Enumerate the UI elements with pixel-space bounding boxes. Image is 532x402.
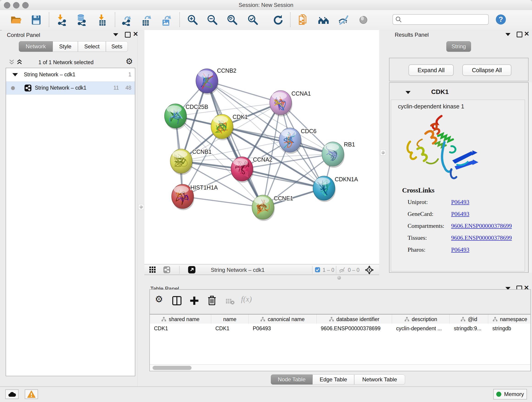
network-edge-CCNA2-CDKN1A[interactable] [242, 169, 324, 188]
crosslink-value-link[interactable]: 9606.ENSP00000378699 [451, 223, 512, 230]
table-cell[interactable]: CDK1 [211, 324, 249, 333]
table-data-row[interactable]: CDK1CDK1P064939606.ENSP00000378699cyclin… [150, 324, 531, 333]
search-input[interactable] [404, 15, 487, 23]
control-panel-menu-button[interactable] [113, 33, 118, 36]
network-node-CCNB1[interactable] [170, 149, 193, 175]
zoom-selected-button[interactable] [246, 14, 259, 27]
table-add-icon[interactable] [189, 296, 199, 306]
warning-button[interactable] [25, 389, 38, 399]
left-split-divider[interactable] [138, 30, 145, 386]
network-node-CDC25B[interactable] [165, 104, 187, 130]
network-options-gear-icon[interactable]: ⚙ [126, 57, 133, 66]
export-image-button[interactable] [159, 14, 172, 27]
tree-expand-caret-icon[interactable] [12, 73, 18, 76]
move-crosshair-icon[interactable] [365, 265, 374, 274]
save-session-button[interactable] [30, 14, 43, 27]
zoom-fit-button[interactable] [226, 14, 239, 27]
show-button[interactable] [357, 14, 370, 27]
column-header-database-identifier[interactable]: database identifier [317, 314, 392, 324]
table-hscrollbar[interactable] [150, 364, 531, 371]
network-node-CDKN1A[interactable] [313, 176, 336, 202]
tab-style[interactable]: Style [53, 41, 78, 52]
column-header-namespace[interactable]: namespace [488, 314, 531, 324]
hide-button[interactable] [337, 14, 350, 27]
network-node-CCNE1[interactable] [252, 195, 275, 221]
collapse-all-icon[interactable] [8, 58, 15, 65]
control-panel-float-button[interactable] [125, 32, 131, 38]
right-split-divider[interactable] [379, 30, 387, 275]
column-header--id[interactable]: @id [450, 314, 488, 324]
zoom-out-button[interactable] [206, 14, 219, 27]
expand-all-icon[interactable] [16, 58, 23, 65]
tab-network[interactable]: Network [19, 41, 53, 52]
table-cell[interactable]: stringdb [488, 324, 531, 333]
network-node-CCNB2[interactable] [196, 69, 219, 95]
footer-separator [312, 266, 312, 274]
tab-edge-table[interactable]: Edge Table [312, 375, 354, 385]
results-scrollbar[interactable] [529, 82, 532, 273]
table-gear-icon[interactable]: ⚙ [155, 294, 163, 304]
string-document-button[interactable] [297, 14, 310, 27]
help-button[interactable]: ? [494, 13, 507, 26]
tab-string[interactable]: String [446, 41, 471, 52]
collapse-all-button[interactable]: Collapse All [462, 64, 511, 76]
tab-network-table[interactable]: Network Table [354, 375, 405, 385]
column-header-name[interactable]: name [211, 314, 249, 324]
hidden-eye-slash-icon[interactable] [339, 267, 346, 274]
results-panel-close-button[interactable]: ✕ [524, 31, 529, 37]
network-node-CDK1[interactable] [211, 114, 234, 140]
table-cell[interactable]: CDK1 [150, 324, 211, 333]
network-tree-root-row[interactable]: String Network – cdk1 1 [6, 68, 135, 81]
export-table-button[interactable] [139, 14, 152, 27]
selected-checkbox-icon[interactable] [315, 267, 320, 273]
network-tree-child-row[interactable]: String Network – cdk1 11 48 [6, 81, 135, 95]
table-cell[interactable]: P06493 [249, 324, 317, 333]
table-cell[interactable]: stringdb:9... [450, 324, 488, 333]
protein-section-collapse-caret[interactable] [405, 91, 411, 94]
tab-select[interactable]: Select [78, 41, 106, 52]
share-view-icon[interactable] [163, 266, 171, 274]
crosslink-label: Pharos: [408, 246, 451, 253]
bottom-split-grip[interactable] [337, 276, 341, 280]
tab-node-table[interactable]: Node Table [271, 375, 312, 385]
export-network-button[interactable] [120, 14, 133, 27]
column-header-canonical-name[interactable]: canonical name [249, 314, 317, 324]
column-header-shared-name[interactable]: shared name [150, 314, 211, 324]
grid-view-icon[interactable] [149, 266, 156, 274]
tab-sets[interactable]: Sets [106, 41, 128, 52]
import-network-database-button[interactable] [75, 14, 88, 27]
table-trash-icon[interactable] [207, 295, 217, 306]
network-node-RB1[interactable] [322, 142, 345, 168]
open-session-button[interactable] [10, 14, 22, 27]
cloud-button[interactable] [5, 389, 19, 399]
left-split-grip[interactable] [138, 204, 144, 210]
control-panel-title: Control Panel [7, 32, 40, 38]
network-canvas[interactable]: CCNB2CCNA1CDC25BCDK1CDC6RB1CCNB1CCNA2CDK… [144, 30, 379, 264]
table-hscrollbar-thumb[interactable] [152, 366, 191, 370]
expand-all-button[interactable]: Expand All [409, 64, 454, 76]
import-table-button[interactable] [96, 14, 109, 27]
zoom-in-button[interactable] [186, 14, 199, 27]
crosslink-value-link[interactable]: P06493 [451, 246, 469, 253]
network-node-CCNA2[interactable] [231, 157, 254, 183]
crosslink-value-link[interactable]: 9606.ENSP00000378699 [451, 235, 512, 241]
right-split-grip[interactable] [380, 150, 386, 155]
results-panel-float-button[interactable] [517, 32, 522, 37]
main-toolbar: ? [0, 10, 532, 31]
table-cell[interactable]: 9606.ENSP00000378699 [317, 324, 392, 333]
refresh-button[interactable] [272, 14, 284, 27]
table-cell[interactable]: cyclin-dependent ... [392, 324, 450, 333]
network-node-CCNA1[interactable] [270, 90, 292, 116]
memory-button[interactable]: Memory [493, 389, 527, 400]
network-edge-HIST1H1A-CCNE1[interactable] [183, 196, 263, 207]
open-external-icon[interactable] [188, 266, 196, 274]
results-panel-menu-button[interactable] [505, 33, 510, 36]
column-header-description[interactable]: description [392, 314, 450, 324]
crosslink-value-link[interactable]: P06493 [451, 211, 469, 217]
node-label-CCNE1: CCNE1 [274, 195, 293, 201]
bottom-split-divider[interactable] [144, 275, 532, 281]
crosslink-value-link[interactable]: P06493 [451, 199, 469, 206]
home-button[interactable] [317, 14, 330, 27]
table-columns-icon[interactable] [172, 296, 182, 306]
import-network-file-button[interactable] [56, 14, 69, 27]
